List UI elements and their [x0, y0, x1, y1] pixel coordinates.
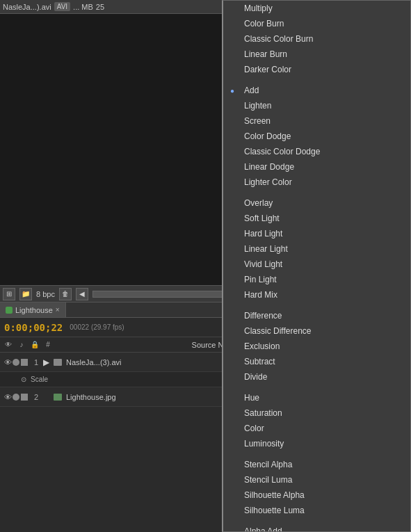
size-label: ... MB — [73, 3, 93, 11]
dropdown-item-add[interactable]: Add — [223, 83, 410, 98]
layer1-number: 1 — [29, 358, 43, 366]
scale-label: Scale — [31, 376, 48, 383]
frames-label: 25 — [96, 3, 104, 11]
dropdown-item-classic-color-dodge[interactable]: Classic Color Dodge — [223, 144, 410, 159]
layer1-type-icon — [52, 357, 63, 368]
dropdown-item-luminosity[interactable]: Luminosity — [223, 436, 410, 451]
layer1-eye-icon[interactable]: 👁 — [3, 357, 13, 367]
blend-mode-dropdown[interactable]: MultiplyColor BurnClassic Color BurnLine… — [222, 0, 411, 532]
dropdown-item-linear-burn[interactable]: Linear Burn — [223, 47, 410, 62]
scale-icon: ⊙ — [21, 376, 26, 383]
preview-area — [0, 14, 223, 285]
dropdown-item-exclusion[interactable]: Exclusion — [223, 339, 410, 354]
dropdown-item-hue[interactable]: Hue — [223, 390, 410, 405]
layer1-expand-icon[interactable]: ▶ — [43, 357, 49, 367]
layer1-lock-btn[interactable] — [21, 359, 28, 366]
dropdown-item-linear-light[interactable]: Linear Light — [223, 241, 410, 257]
dropdown-item-darker-color[interactable]: Darker Color — [223, 62, 410, 77]
toolbar-btn-delete[interactable]: 🗑 — [59, 288, 72, 300]
dropdown-separator — [223, 190, 410, 195]
dropdown-item-classic-color-burn[interactable]: Classic Color Burn — [223, 31, 410, 47]
dropdown-item-silhouette-luma[interactable]: Silhouette Luma — [223, 503, 410, 518]
toolbar-btn-prev[interactable]: ◀ — [76, 288, 88, 300]
dropdown-item-difference[interactable]: Difference — [223, 308, 410, 323]
dropdown-item-soft-light[interactable]: Soft Light — [223, 211, 410, 226]
bpc-label: 8 bpc — [36, 290, 55, 298]
timecode-main[interactable]: 0:00;00;22 — [4, 322, 63, 333]
dropdown-item-classic-difference[interactable]: Classic Difference — [223, 323, 410, 339]
dropdown-item-pin-light[interactable]: Pin Light — [223, 272, 410, 287]
dropdown-separator — [223, 451, 410, 457]
dropdown-item-hard-mix[interactable]: Hard Mix — [223, 287, 410, 303]
timeline-tab[interactable]: Lighthouse × — [0, 303, 66, 317]
tab-label: Lighthouse — [15, 306, 53, 314]
fps-label: 00022 (29.97 fps) — [70, 323, 124, 331]
dropdown-item-multiply[interactable]: Multiply — [223, 1, 410, 16]
dropdown-item-color[interactable]: Color — [223, 421, 410, 436]
layer2-type-icon — [52, 392, 63, 403]
layer2-eye-icon[interactable]: 👁 — [3, 392, 13, 402]
ctrl-lock[interactable]: 🔒 — [29, 339, 40, 350]
tab-color-indicator — [6, 307, 13, 314]
dropdown-item-color-dodge[interactable]: Color Dodge — [223, 129, 410, 144]
dropdown-item-alpha-add[interactable]: Alpha Add — [223, 524, 410, 532]
dropdown-item-hard-light[interactable]: Hard Light — [223, 226, 410, 241]
layer2-number: 2 — [29, 393, 43, 401]
dropdown-item-saturation[interactable]: Saturation — [223, 405, 410, 421]
dropdown-item-lighter-color[interactable]: Lighter Color — [223, 175, 410, 190]
dropdown-item-overlay[interactable]: Overlay — [223, 195, 410, 211]
dropdown-item-silhouette-alpha[interactable]: Silhouette Alpha — [223, 487, 410, 503]
format-badge: AVI — [54, 2, 70, 11]
ctrl-audio[interactable]: ♪ — [16, 339, 27, 350]
layer2-lock-btn[interactable] — [21, 394, 28, 401]
dropdown-item-stencil-alpha[interactable]: Stencil Alpha — [223, 457, 410, 472]
dropdown-item-screen[interactable]: Screen — [223, 113, 410, 129]
dropdown-separator — [223, 385, 410, 390]
ctrl-eye[interactable]: 👁 — [3, 339, 14, 350]
dropdown-separator — [223, 518, 410, 524]
toolbar-btn-2[interactable]: 📁 — [19, 288, 32, 300]
tab-close-btn[interactable]: × — [56, 306, 60, 314]
dropdown-item-lighten[interactable]: Lighten — [223, 98, 410, 113]
dropdown-separator — [223, 77, 410, 83]
dropdown-item-stencil-luma[interactable]: Stencil Luma — [223, 472, 410, 487]
dropdown-separator — [223, 303, 410, 308]
dropdown-item-vivid-light[interactable]: Vivid Light — [223, 257, 410, 272]
layer2-solo-btn[interactable] — [13, 394, 19, 401]
toolbar-btn-1[interactable]: ⊞ — [3, 288, 15, 300]
dropdown-item-subtract[interactable]: Subtract — [223, 354, 410, 369]
dropdown-item-color-burn[interactable]: Color Burn — [223, 16, 410, 31]
layer1-solo-btn[interactable] — [13, 359, 19, 366]
ctrl-hash[interactable]: # — [42, 339, 54, 350]
dropdown-item-linear-dodge[interactable]: Linear Dodge — [223, 159, 410, 175]
filename-label: NasleJa...).avi — [3, 3, 51, 11]
dropdown-item-divide[interactable]: Divide — [223, 369, 410, 385]
